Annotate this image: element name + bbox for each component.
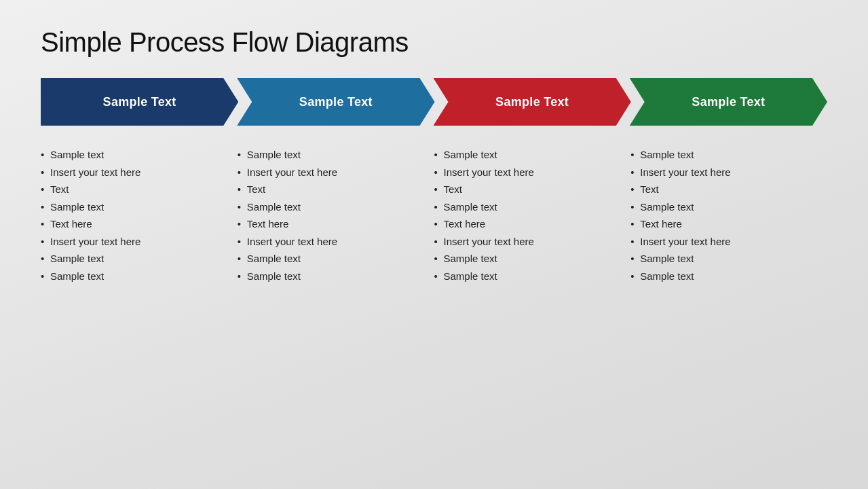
list-item: Insert your text here [238, 233, 428, 251]
lists-row: Sample textInsert your text hereTextSamp… [41, 146, 827, 462]
list-item: Sample text [434, 146, 624, 164]
list-item: Sample text [41, 146, 231, 164]
list-item: Insert your text here [434, 164, 624, 181]
list-item: Text [434, 181, 624, 198]
arrow-label-1: Sample Text [103, 95, 176, 109]
arrow-step-1[interactable]: Sample Text [41, 78, 238, 126]
arrow-step-2[interactable]: Sample Text [237, 78, 434, 126]
list-column-2: Sample textInsert your text hereTextSamp… [238, 146, 434, 462]
list-item: Sample text [41, 250, 231, 268]
list-item: Sample text [434, 198, 624, 216]
list-item: Text [238, 181, 428, 198]
arrow-label-2: Sample Text [299, 95, 373, 109]
list-item: Sample text [238, 250, 428, 268]
list-item: Text here [630, 215, 820, 233]
list-item: Insert your text here [630, 233, 820, 251]
list-item: Sample text [434, 268, 624, 285]
arrow-label-3: Sample Text [495, 95, 569, 109]
list-item: Text [630, 181, 820, 198]
list-item: Sample text [630, 146, 820, 164]
bullet-list-1: Sample textInsert your text hereTextSamp… [41, 146, 231, 285]
list-column-4: Sample textInsert your text hereTextSamp… [630, 146, 827, 462]
list-item: Sample text [238, 198, 428, 216]
list-item: Text here [41, 215, 231, 233]
arrows-row: Sample Text Sample Text Sample Text Samp… [41, 78, 827, 126]
list-item: Text here [238, 215, 428, 233]
bullet-list-2: Sample textInsert your text hereTextSamp… [238, 146, 428, 285]
arrow-step-3[interactable]: Sample Text [434, 78, 631, 126]
list-item: Insert your text here [630, 164, 820, 181]
list-item: Sample text [41, 268, 231, 285]
list-column-3: Sample textInsert your text hereTextSamp… [434, 146, 631, 462]
bullet-list-4: Sample textInsert your text hereTextSamp… [630, 146, 820, 285]
list-item: Sample text [41, 198, 231, 216]
list-item: Sample text [630, 198, 820, 216]
list-item: Sample text [434, 250, 624, 268]
list-column-1: Sample textInsert your text hereTextSamp… [41, 146, 238, 462]
list-item: Insert your text here [41, 233, 231, 251]
list-item: Sample text [238, 146, 428, 164]
list-item: Text [41, 181, 231, 198]
arrow-step-4[interactable]: Sample Text [630, 78, 827, 126]
list-item: Insert your text here [434, 233, 624, 251]
list-item: Insert your text here [238, 164, 428, 181]
list-item: Sample text [630, 250, 820, 268]
list-item: Sample text [630, 268, 820, 285]
slide: Simple Process Flow Diagrams Sample Text… [0, 0, 868, 489]
list-item: Text here [434, 215, 624, 233]
list-item: Sample text [238, 268, 428, 285]
list-item: Insert your text here [41, 164, 231, 181]
page-title: Simple Process Flow Diagrams [41, 27, 827, 58]
arrow-label-4: Sample Text [692, 95, 765, 109]
bullet-list-3: Sample textInsert your text hereTextSamp… [434, 146, 624, 285]
